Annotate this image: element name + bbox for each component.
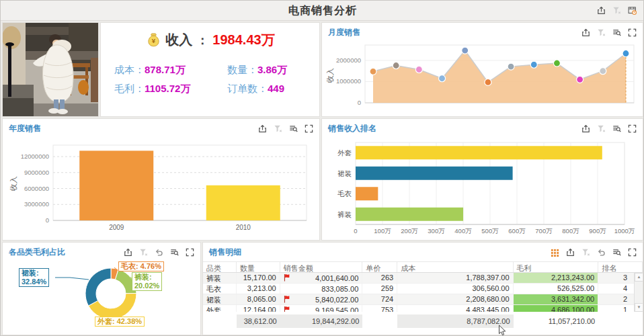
report-icon[interactable] <box>627 5 637 15</box>
table-row[interactable]: 裤装15,170.004,001,640.002631,788,397.002,… <box>203 273 643 284</box>
cell-单价: 724 <box>362 294 397 304</box>
kpi-profit: 毛利：1105.72万 <box>114 83 227 95</box>
total-排名 <box>598 314 643 328</box>
sales-detail-table: 品类数量销售金额单价成本毛利排名裤装15,170.004,001,640.002… <box>203 261 643 328</box>
export-icon[interactable] <box>123 248 132 257</box>
svg-text:12000000: 12000000 <box>21 153 49 160</box>
scroll-down-button[interactable]: ▼ <box>635 303 643 312</box>
data-point <box>393 62 399 69</box>
export-icon[interactable] <box>257 124 267 134</box>
column-header-毛利[interactable]: 毛利 <box>514 262 599 272</box>
grid-icon[interactable] <box>550 248 559 257</box>
filter-icon[interactable] <box>596 28 606 38</box>
bar-2009 <box>79 151 153 220</box>
product-photo <box>2 22 99 117</box>
export-icon[interactable] <box>565 248 575 257</box>
filter-icon[interactable] <box>596 124 606 134</box>
column-header-排名[interactable]: 排名 <box>598 262 643 272</box>
drill-icon[interactable] <box>612 28 621 38</box>
svg-text:0: 0 <box>354 227 357 235</box>
svg-text:100万: 100万 <box>374 227 391 235</box>
undo-icon[interactable] <box>596 248 606 257</box>
data-point <box>485 79 491 85</box>
sales-detail-panel: 销售明细 品类数量销售金额单价成本毛利排名裤装15,170.004,001,64… <box>202 242 643 335</box>
donut-label-裙装: 裙装:32.84% <box>19 268 49 287</box>
total-成本: 8,787,082.00 <box>397 314 513 328</box>
svg-text:2000000: 2000000 <box>336 56 361 64</box>
table-row[interactable]: 毛衣3,213.00833,085.00259306,560.00526,525… <box>203 284 643 294</box>
drill-icon[interactable] <box>169 248 179 257</box>
drill-icon[interactable] <box>612 124 621 134</box>
svg-text:1000万: 1000万 <box>614 227 635 235</box>
monthly-toolbar <box>581 28 637 38</box>
total-销售金额: 19,844,292.00 <box>280 314 363 328</box>
table-totals-row: 38,612.0019,844,292.008,787,082.0011,057… <box>203 314 643 328</box>
kpi-cost: 成本：878.71万 <box>114 64 227 77</box>
fullscreen-icon[interactable] <box>627 248 637 257</box>
filter-icon[interactable] <box>612 5 621 15</box>
monthly-sales-panel: 月度销售 010000002000000收入 <box>321 22 643 117</box>
bar-外套 <box>356 146 602 159</box>
annual-toolbar <box>257 124 313 134</box>
total-毛利: 11,057,210.00 <box>514 314 599 328</box>
svg-text:3000000: 3000000 <box>24 200 49 208</box>
table-row[interactable]: 外套12,164.009,169,545.007534,483,445.004,… <box>203 305 643 312</box>
column-header-销售金额[interactable]: 销售金额 <box>280 262 363 272</box>
profit-share-toolbar <box>123 248 194 257</box>
filter-icon[interactable] <box>273 124 282 134</box>
table-row[interactable]: 裙装8,065.005,840,022.007242,208,680.003,6… <box>203 294 643 305</box>
revenue-kpi: ¥ 收入：1984.43万 <box>101 31 319 49</box>
kpi-grid: 成本：878.71万 数量：3.86万 毛利：1105.72万 订单数：449 <box>101 64 319 95</box>
table-header: 品类数量销售金额单价成本毛利排名 <box>203 261 643 273</box>
svg-text:0: 0 <box>46 216 49 224</box>
cell-数量: 15,170.00 <box>237 273 280 283</box>
money-bag-icon: ¥ <box>145 32 161 48</box>
svg-text:0: 0 <box>358 99 361 106</box>
ranking-bar-chart: 0100万200万300万400万500万600万700万800万900万100… <box>322 137 643 240</box>
bar-毛衣 <box>356 187 378 200</box>
bar-裙装 <box>356 167 513 180</box>
export-icon[interactable] <box>596 5 606 15</box>
cell-销售金额: 9,169,545.00 <box>280 305 363 312</box>
cell-单价: 753 <box>362 305 397 312</box>
svg-text:300万: 300万 <box>428 227 445 235</box>
app-header: 电商销售分析 <box>1 1 644 21</box>
monthly-area-chart: 010000002000000收入 <box>322 41 643 116</box>
profit-share-panel: 各品类毛利占比 毛衣: 4.76%裤装:20.02%外套: 42.38%裙装:3… <box>2 242 201 335</box>
kpi-orders: 订单数：449 <box>227 83 319 95</box>
scroll-up-button[interactable]: ▲ <box>635 273 643 282</box>
cell-单价: 259 <box>362 284 397 294</box>
cell-数量: 12,164.00 <box>237 305 280 312</box>
undo-icon[interactable] <box>154 248 163 257</box>
fullscreen-icon[interactable] <box>185 248 194 257</box>
photo-illustration <box>3 23 98 116</box>
column-header-成本[interactable]: 成本 <box>397 262 513 272</box>
flag-icon <box>284 274 290 283</box>
fullscreen-icon[interactable] <box>627 124 637 134</box>
drill-icon[interactable] <box>288 124 298 134</box>
detail-toolbar <box>550 248 637 257</box>
fullscreen-icon[interactable] <box>627 28 637 38</box>
cell-品类: 裙装 <box>203 294 237 304</box>
page-title: 电商销售分析 <box>1 4 644 18</box>
cell-成本: 4,483,445.00 <box>397 305 513 312</box>
data-point <box>622 50 629 57</box>
data-point <box>439 75 446 82</box>
fullscreen-icon[interactable] <box>304 124 313 134</box>
column-header-数量[interactable]: 数量 <box>237 262 280 272</box>
donut-slice-裙装 <box>85 268 111 306</box>
ranking-toolbar <box>581 124 637 134</box>
drill-icon[interactable] <box>612 248 621 257</box>
kpi-panel: ¥ 收入：1984.43万 成本：878.71万 数量：3.86万 毛利：110… <box>100 22 320 117</box>
filter-icon[interactable] <box>138 248 148 257</box>
bar-2010 <box>206 185 280 220</box>
annual-bar-chart: 03000000600000090000001200000020092010收入 <box>3 137 319 240</box>
column-header-品类[interactable]: 品类 <box>203 262 237 272</box>
donut-label-裤装: 裤装:20.02% <box>132 272 162 291</box>
filter-icon[interactable] <box>581 248 590 257</box>
export-icon[interactable] <box>581 124 590 134</box>
annual-sales-panel: 年度销售 03000000600000090000001200000020092… <box>2 118 320 241</box>
table-scrollbar[interactable]: ▲▼ <box>634 273 643 312</box>
export-icon[interactable] <box>581 28 590 38</box>
column-header-单价[interactable]: 单价 <box>362 262 397 272</box>
